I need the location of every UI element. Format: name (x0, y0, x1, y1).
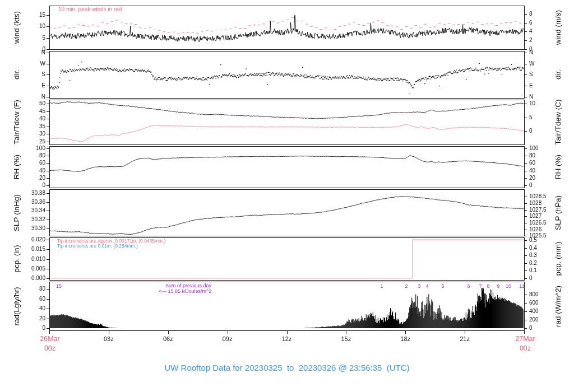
tick-label-right-wind: 2 (529, 38, 533, 43)
tick-label-right-rad: 800 (529, 292, 539, 297)
annotation-wind: 10 min. peak winds in red (58, 7, 122, 12)
tick-label-left-rad: 60 (1, 296, 45, 302)
tick-label-right-pcp: 0 (529, 276, 533, 281)
tick-label-left-dir: E (1, 83, 45, 88)
tick-label-left-tair-tdew: 40 (1, 116, 45, 122)
x-tick-label: 12z (253, 336, 321, 342)
x-end-date: 27Mar (506, 335, 545, 343)
tick-label-right-rad: 400 (529, 309, 539, 314)
tick-label-left-rh: 80 (1, 153, 45, 158)
tick-label-right-slp: 1028 (529, 200, 541, 206)
tick-label-left-tair-tdew: 30 (1, 131, 45, 137)
tick-label-left-slp: 30.30 (1, 226, 45, 231)
tick-label-right-rh: 20 (529, 175, 535, 181)
annotation-rad: 11 (488, 284, 556, 289)
tick-label-left-rh: 100 (1, 146, 45, 151)
tick-label-right-rh: 60 (529, 160, 535, 166)
tick-label-left-pcp: 0.005 (1, 266, 45, 272)
tick-label-right-slp: 1026.5 (529, 220, 547, 226)
tick-label-right-pcp: 0.2 (529, 260, 537, 266)
tick-label-left-tair-tdew: 35 (1, 124, 45, 129)
chart-canvas (0, 0, 574, 392)
tick-label-right-dir: W (529, 61, 534, 67)
annotation-rad: <--- 15.85 MJoules/m^2 (151, 289, 219, 294)
axis-title-right-wind: wind (m/s) (554, 10, 562, 45)
tick-label-left-rh: 40 (1, 168, 45, 174)
tick-label-right-rh: 40 (529, 168, 535, 174)
tick-label-right-pcp: 0.4 (529, 245, 537, 251)
tick-label-left-slp: 30.38 (1, 190, 45, 196)
tick-label-right-rh: 0 (529, 183, 533, 188)
x-tick-label: 18z (372, 336, 439, 342)
page-title: UW Rooftop Data for 20230325 to 20230326… (0, 363, 574, 372)
tick-label-left-wind: 15 (1, 12, 45, 18)
tick-label-left-slp: 30.34 (1, 208, 45, 213)
x-tick-label: 09z (194, 336, 261, 342)
tick-label-left-pcp: 0.010 (1, 256, 45, 262)
tick-label-right-rh: 80 (529, 153, 535, 158)
tick-label-right-pcp: 0.5 (529, 237, 537, 243)
axis-title-right-rh: RH (%) (554, 155, 562, 179)
x-tick-label: 03z (75, 336, 142, 342)
tick-label-right-rh: 100 (529, 146, 539, 151)
tick-label-right-dir: E (529, 83, 533, 88)
tick-label-left-rad: 40 (1, 306, 45, 311)
tick-label-left-slp: 30.36 (1, 199, 45, 205)
tick-label-right-slp: 1026 (529, 227, 541, 232)
tick-label-left-tair-tdew: 50 (1, 101, 45, 106)
tick-label-right-dir: S (529, 72, 533, 77)
tick-label-left-rh: 0 (1, 183, 45, 188)
tick-label-left-dir: S (1, 72, 45, 77)
annotation-rad: Sum of previous day (155, 283, 222, 288)
tick-label-left-rad: 0 (1, 325, 45, 331)
tick-label-right-pcp: 0.1 (529, 268, 537, 273)
axis-title-left-tair-tdew: Tair/Tdew (F) (13, 100, 21, 144)
x-start-hour: 00z (30, 345, 70, 352)
x-tick-label: 21z (431, 336, 498, 342)
tick-label-left-pcp: 0.015 (1, 246, 45, 252)
tick-label-right-slp: 1028.5 (529, 194, 547, 199)
tick-label-left-tair-tdew: 25 (1, 139, 45, 144)
tick-label-left-dir: N (1, 94, 45, 100)
tick-label-right-rad: 600 (529, 300, 539, 306)
tick-label-right-tair-tdew: 10 (529, 101, 535, 106)
tick-label-right-rad: 0 (529, 325, 533, 331)
axis-title-right-pcp: pcp. (mm) (554, 242, 562, 276)
tick-label-left-wind: 10 (1, 24, 45, 29)
tick-label-left-tair-tdew: 45 (1, 109, 45, 114)
tick-label-right-rad: 200 (529, 317, 539, 323)
tick-label-left-slp: 30.32 (1, 217, 45, 222)
tick-label-right-slp: 1027.5 (529, 207, 547, 213)
x-tick-label: 06z (135, 336, 202, 342)
tick-label-right-wind: 8 (529, 11, 533, 17)
tick-label-left-rh: 20 (1, 175, 45, 181)
weather-plot-page: wind (kts)wind (m/s)0510150246810 min. p… (0, 0, 574, 392)
tick-label-left-rad: 20 (1, 316, 45, 321)
tick-label-left-rh: 60 (1, 160, 45, 166)
tick-label-left-pcp: 0.020 (1, 237, 45, 242)
axis-title-right-tair-tdew: Tair/Tdew (C) (554, 99, 562, 144)
x-start-date: 26Mar (30, 335, 70, 343)
tick-label-left-pcp: 0.000 (1, 276, 45, 281)
tick-label-left-wind: 5 (1, 35, 45, 41)
axis-title-right-rad: rad (W/m^2) (554, 286, 562, 327)
annotation-rad: 15 (25, 284, 92, 289)
tick-label-right-dir: N (529, 94, 533, 100)
x-end-hour: 00z (506, 345, 545, 352)
tick-label-left-dir: N (1, 50, 45, 55)
tick-label-right-wind: 4 (529, 29, 533, 34)
tick-label-right-tair-tdew: 5 (529, 115, 533, 120)
tick-label-right-pcp: 0.3 (529, 253, 537, 258)
tick-label-right-tair-tdew: 0 (529, 128, 533, 134)
axis-title-right-dir: dir. (554, 69, 562, 80)
axis-title-right-slp: SLP (hPa) (554, 195, 562, 230)
x-tick-label: 15z (312, 336, 379, 342)
tick-label-right-wind: 6 (529, 20, 533, 26)
tick-label-right-dir: N (529, 50, 533, 55)
tick-label-left-dir: W (1, 61, 45, 67)
annotation-pcp: Tip increments are 0.01in. (0.254mm.) (57, 244, 138, 249)
tick-label-right-slp: 1027 (529, 213, 541, 219)
